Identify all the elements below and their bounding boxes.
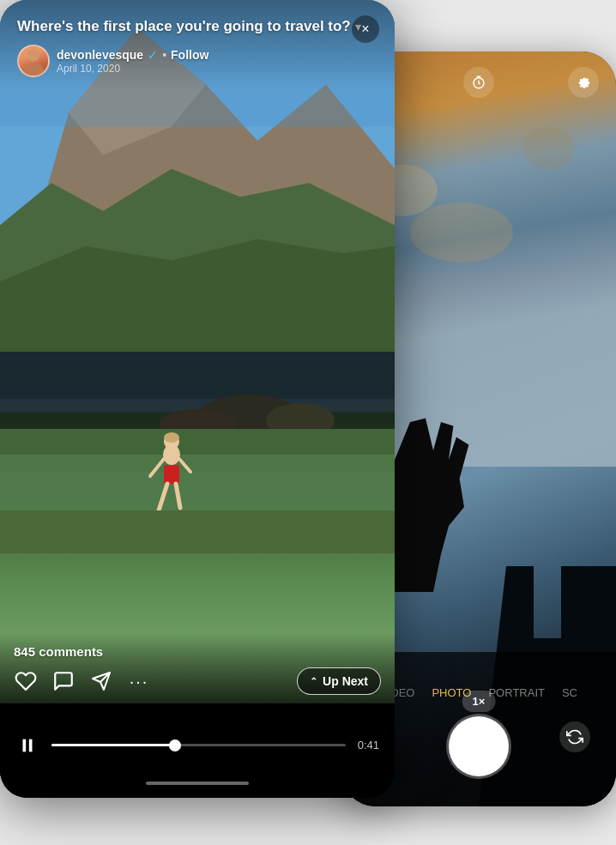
author-row: devonlevesque ✓ • Follow April 10, 2020 [17, 45, 377, 77]
flip-button[interactable] [559, 721, 590, 752]
up-next-button[interactable]: ⌃ Up Next [297, 667, 381, 695]
instagram-panel: Where's the first place you're going to … [0, 0, 395, 798]
svg-rect-32 [29, 739, 33, 751]
separator: • [162, 48, 166, 62]
progress-controls: 0:41 [0, 721, 395, 769]
comment-button[interactable] [51, 669, 75, 693]
post-date: April 10, 2020 [57, 63, 208, 75]
progress-bar[interactable] [51, 744, 346, 746]
more-button[interactable]: ··· [127, 669, 151, 693]
mode-sc[interactable]: SC [562, 686, 577, 699]
home-bar [146, 782, 249, 785]
shutter-button[interactable] [449, 716, 509, 776]
comments-count: 845 comments [14, 644, 381, 659]
progress-fill [51, 744, 175, 746]
video-area[interactable]: Where's the first place you're going to … [0, 0, 395, 703]
svg-rect-20 [164, 465, 179, 484]
up-next-chevron-icon: ⌃ [310, 676, 317, 687]
author-username: devonlevesque [57, 48, 143, 62]
svg-point-25 [164, 432, 179, 443]
settings-icon[interactable] [568, 67, 599, 98]
progress-thumb[interactable] [169, 739, 181, 751]
mode-portrait[interactable]: PORTRAIT [488, 686, 545, 699]
svg-rect-31 [23, 739, 27, 751]
video-header: Where's the first place you're going to … [0, 0, 395, 90]
svg-point-27 [27, 49, 39, 61]
zoom-button[interactable]: 1× [462, 691, 496, 712]
action-row: ··· ⌃ Up Next [14, 667, 381, 695]
time-display: 0:41 [358, 739, 379, 751]
video-bottom-overlay: 845 comments [0, 634, 395, 703]
avatar [17, 45, 50, 77]
pause-button[interactable] [15, 736, 39, 755]
home-indicator [0, 769, 395, 798]
close-button[interactable]: × [352, 15, 379, 43]
progress-area: 0:41 [0, 703, 395, 798]
timer-icon[interactable] [463, 67, 494, 98]
svg-point-28 [23, 63, 43, 76]
svg-rect-26 [0, 510, 395, 553]
share-button[interactable] [89, 669, 113, 693]
verified-icon: ✓ [148, 48, 158, 62]
up-next-label: Up Next [323, 674, 368, 688]
author-info: devonlevesque ✓ • Follow April 10, 2020 [57, 48, 208, 75]
svg-rect-10 [0, 352, 395, 403]
like-button[interactable] [14, 669, 38, 693]
post-title: Where's the first place you're going to … [17, 17, 377, 36]
follow-button[interactable]: Follow [171, 48, 208, 62]
